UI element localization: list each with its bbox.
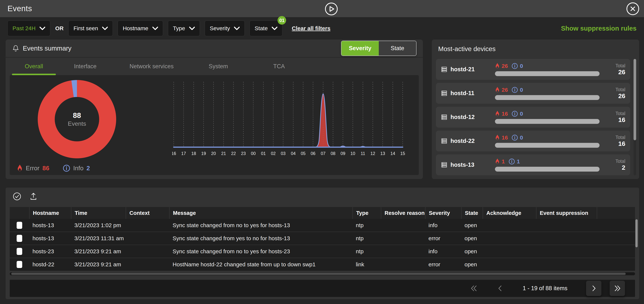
cell-context: [126, 245, 169, 258]
severity-dropdown[interactable]: Severity: [205, 20, 245, 36]
x-tick: 23: [241, 151, 246, 156]
table-row[interactable]: hosts-13 3/21/2023 1:02 pm Sync state ch…: [10, 219, 635, 232]
table-row[interactable]: hosts-13 3/21/2023 11:31 am Sync state c…: [10, 232, 635, 245]
col-message[interactable]: Message: [169, 207, 352, 219]
tab-interface[interactable]: Interface: [56, 58, 115, 75]
cell-event-suppression: [536, 219, 597, 232]
play-icon: [324, 2, 338, 16]
pagination-bar: 1 - 19 of 88 items: [10, 280, 635, 297]
device-row-hostd-21[interactable]: hostd-21 26 0 Total 26: [436, 59, 630, 80]
chevron-down-icon: [102, 27, 108, 30]
hostname-dropdown[interactable]: Hostname: [118, 20, 163, 36]
events-summary-card: Events summary Severity State Overall In…: [6, 39, 423, 179]
x-tick: 12: [370, 151, 375, 156]
flame-icon: [495, 110, 500, 117]
x-tick: 22: [231, 151, 236, 156]
col-severity[interactable]: Severity: [425, 207, 461, 219]
device-total-label: Total: [605, 87, 625, 92]
device-row-hostd-22[interactable]: hostd-22 16 0 Total 16: [436, 131, 630, 152]
device-info-count: 0: [520, 111, 523, 117]
cell-hostname: hosts-13: [29, 232, 71, 245]
tab-network-services[interactable]: Network services: [115, 58, 188, 75]
cell-state: open: [461, 258, 483, 271]
table-row[interactable]: hostd-22 3/21/2023 9:21 am HostName host…: [10, 258, 635, 271]
x-tick: 10: [350, 151, 355, 156]
row-checkbox[interactable]: [16, 261, 22, 268]
tab-overall[interactable]: Overall: [12, 58, 56, 75]
info-icon: [512, 135, 518, 141]
col-type[interactable]: Type: [352, 207, 381, 219]
cell-type: ntp: [352, 245, 381, 258]
first-page-button[interactable]: [470, 285, 478, 292]
most-active-devices-card: Most-active devices hostd-21 26: [432, 39, 639, 179]
state-dropdown[interactable]: State: [250, 20, 282, 36]
device-name: hostd-12: [450, 114, 474, 121]
device-name: hostd-11: [450, 90, 474, 97]
acknowledge-check-circle-icon[interactable]: [13, 192, 21, 201]
row-checkbox[interactable]: [16, 222, 22, 229]
cell-state: open: [461, 232, 483, 245]
cell-event-suppression: [536, 258, 597, 271]
clear-all-filters-link[interactable]: Clear all filters: [292, 25, 330, 31]
device-row-hosts-13[interactable]: hosts-13 1 1 Total 2: [436, 154, 630, 175]
type-dropdown[interactable]: Type: [168, 20, 200, 36]
tab-system[interactable]: System: [188, 58, 248, 75]
table-horizontal-scrollbar-thumb[interactable]: [11, 273, 626, 275]
x-tick: 13: [380, 151, 385, 156]
device-row-hostd-11[interactable]: hostd-11 26 0 Total 26: [436, 83, 630, 104]
next-page-button[interactable]: [586, 281, 602, 296]
chevron-down-icon: [234, 27, 240, 30]
chevron-down-icon: [152, 27, 158, 30]
server-icon: [441, 114, 448, 121]
device-total-label: Total: [605, 63, 625, 68]
close-button[interactable]: [626, 2, 640, 15]
chevron-down-icon: [40, 27, 45, 30]
chevron-down-icon: [189, 27, 195, 30]
device-total-value: 16: [605, 116, 625, 124]
col-event-suppression[interactable]: Event suppression: [536, 207, 597, 219]
or-label: OR: [55, 25, 64, 31]
col-time[interactable]: Time: [71, 207, 126, 219]
table-row[interactable]: hosts-23 3/21/2023 9:21 am Sync state ch…: [10, 245, 635, 258]
play-button[interactable]: [324, 2, 338, 16]
col-resolve-reason[interactable]: Resolve reason: [381, 207, 425, 219]
x-tick: 00: [251, 151, 256, 156]
col-state[interactable]: State: [461, 207, 483, 219]
cell-severity: info: [425, 219, 461, 232]
server-icon: [441, 161, 448, 168]
last-page-button[interactable]: [610, 281, 625, 296]
col-acknowledge[interactable]: Acknowledge: [483, 207, 536, 219]
devices-scrollbar[interactable]: [634, 59, 636, 175]
summary-tabs: Overall Interface Network services Syste…: [6, 58, 423, 75]
device-info-count: 0: [520, 135, 523, 141]
tab-tca[interactable]: TCA: [248, 58, 310, 75]
row-checkbox[interactable]: [16, 235, 22, 242]
cell-acknowledge: [483, 219, 536, 232]
device-row-hostd-12[interactable]: hostd-12 16 0 Total 16: [436, 107, 630, 128]
cell-type: ntp: [352, 219, 381, 232]
col-hostname[interactable]: Hostname: [29, 207, 71, 219]
toggle-severity[interactable]: Severity: [342, 41, 379, 56]
time-range-dropdown[interactable]: Past 24H: [8, 20, 50, 36]
cell-type: ntp: [352, 232, 381, 245]
cell-severity: info: [425, 245, 461, 258]
table-vertical-scrollbar[interactable]: [636, 219, 638, 272]
header-end-col: [597, 207, 635, 219]
cell-resolve-reason: [381, 258, 425, 271]
toggle-state[interactable]: State: [379, 41, 416, 56]
server-icon: [441, 138, 448, 144]
events-table-header: Hostname Time Context Message Type Resol…: [10, 207, 635, 219]
table-vertical-scrollbar-thumb[interactable]: [636, 219, 638, 247]
first-seen-dropdown[interactable]: First seen: [68, 20, 113, 36]
cell-state: open: [461, 219, 483, 232]
table-horizontal-scrollbar[interactable]: [10, 272, 635, 275]
previous-page-button[interactable]: [496, 285, 504, 292]
show-suppression-rules-link[interactable]: Show suppression rules: [561, 25, 636, 32]
row-checkbox[interactable]: [16, 248, 22, 255]
col-context[interactable]: Context: [126, 207, 169, 219]
device-total-label: Total: [605, 158, 625, 164]
devices-scrollbar-thumb[interactable]: [634, 59, 636, 140]
x-tick: 01: [261, 151, 266, 156]
export-icon[interactable]: [29, 192, 38, 201]
filter-bar: Past 24H OR First seen Hostname Type Sev…: [0, 17, 644, 39]
